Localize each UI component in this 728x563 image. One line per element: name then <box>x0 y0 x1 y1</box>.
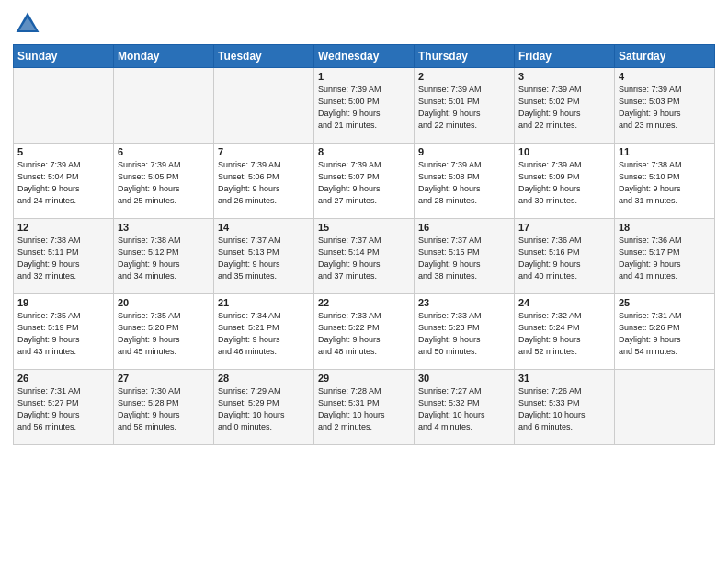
day-number: 11 <box>619 146 711 157</box>
day-number: 26 <box>17 373 109 384</box>
day-cell: 29Sunrise: 7:28 AM Sunset: 5:31 PM Dayli… <box>314 370 415 445</box>
day-cell: 19Sunrise: 7:35 AM Sunset: 5:19 PM Dayli… <box>14 294 114 370</box>
day-number: 10 <box>518 146 610 157</box>
day-info: Sunrise: 7:37 AM Sunset: 5:13 PM Dayligh… <box>218 235 310 282</box>
day-info: Sunrise: 7:39 AM Sunset: 5:08 PM Dayligh… <box>418 159 510 207</box>
day-info: Sunrise: 7:38 AM Sunset: 5:12 PM Dayligh… <box>118 235 210 282</box>
day-number: 3 <box>518 71 610 82</box>
day-cell: 10Sunrise: 7:39 AM Sunset: 5:09 PM Dayli… <box>515 144 615 219</box>
day-info: Sunrise: 7:39 AM Sunset: 5:09 PM Dayligh… <box>518 159 610 207</box>
weekday-thursday: Thursday <box>415 45 515 68</box>
day-info: Sunrise: 7:29 AM Sunset: 5:29 PM Dayligh… <box>218 385 310 433</box>
day-info: Sunrise: 7:28 AM Sunset: 5:31 PM Dayligh… <box>318 385 410 433</box>
day-number: 9 <box>418 146 510 157</box>
day-number: 7 <box>218 146 310 157</box>
weekday-sunday: Sunday <box>14 45 114 68</box>
day-info: Sunrise: 7:39 AM Sunset: 5:07 PM Dayligh… <box>318 159 410 207</box>
day-cell: 12Sunrise: 7:38 AM Sunset: 5:11 PM Dayli… <box>14 219 114 294</box>
day-cell: 16Sunrise: 7:37 AM Sunset: 5:15 PM Dayli… <box>415 219 515 294</box>
day-cell: 6Sunrise: 7:39 AM Sunset: 5:05 PM Daylig… <box>114 144 214 219</box>
day-cell: 1Sunrise: 7:39 AM Sunset: 5:00 PM Daylig… <box>314 68 415 144</box>
day-number: 2 <box>418 71 510 82</box>
day-number: 22 <box>318 297 410 308</box>
week-row-3: 12Sunrise: 7:38 AM Sunset: 5:11 PM Dayli… <box>14 219 715 294</box>
day-info: Sunrise: 7:36 AM Sunset: 5:16 PM Dayligh… <box>518 235 610 282</box>
logo-icon <box>13 9 42 39</box>
day-cell: 4Sunrise: 7:39 AM Sunset: 5:03 PM Daylig… <box>615 68 715 144</box>
day-cell: 28Sunrise: 7:29 AM Sunset: 5:29 PM Dayli… <box>214 370 314 445</box>
day-cell: 25Sunrise: 7:31 AM Sunset: 5:26 PM Dayli… <box>615 294 715 370</box>
day-cell: 18Sunrise: 7:36 AM Sunset: 5:17 PM Dayli… <box>615 219 715 294</box>
day-cell <box>114 68 214 144</box>
day-number: 5 <box>17 146 109 157</box>
day-number: 23 <box>418 297 510 308</box>
day-cell: 13Sunrise: 7:38 AM Sunset: 5:12 PM Dayli… <box>114 219 214 294</box>
day-number: 16 <box>418 222 510 233</box>
day-info: Sunrise: 7:35 AM Sunset: 5:19 PM Dayligh… <box>17 310 109 358</box>
day-cell: 26Sunrise: 7:31 AM Sunset: 5:27 PM Dayli… <box>14 370 114 445</box>
header <box>13 9 715 39</box>
day-info: Sunrise: 7:37 AM Sunset: 5:14 PM Dayligh… <box>318 235 410 282</box>
day-cell: 20Sunrise: 7:35 AM Sunset: 5:20 PM Dayli… <box>114 294 214 370</box>
day-info: Sunrise: 7:33 AM Sunset: 5:23 PM Dayligh… <box>418 310 510 358</box>
day-cell: 21Sunrise: 7:34 AM Sunset: 5:21 PM Dayli… <box>214 294 314 370</box>
day-cell: 7Sunrise: 7:39 AM Sunset: 5:06 PM Daylig… <box>214 144 314 219</box>
weekday-saturday: Saturday <box>615 45 715 68</box>
day-number: 30 <box>418 373 510 384</box>
logo <box>13 9 46 39</box>
day-info: Sunrise: 7:32 AM Sunset: 5:24 PM Dayligh… <box>518 310 610 358</box>
day-number: 1 <box>318 71 410 82</box>
day-info: Sunrise: 7:39 AM Sunset: 5:03 PM Dayligh… <box>619 84 711 132</box>
day-info: Sunrise: 7:36 AM Sunset: 5:17 PM Dayligh… <box>619 235 711 282</box>
day-info: Sunrise: 7:31 AM Sunset: 5:27 PM Dayligh… <box>17 385 109 433</box>
day-number: 14 <box>218 222 310 233</box>
day-info: Sunrise: 7:27 AM Sunset: 5:32 PM Dayligh… <box>418 385 510 433</box>
day-info: Sunrise: 7:39 AM Sunset: 5:00 PM Dayligh… <box>318 84 410 132</box>
day-number: 21 <box>218 297 310 308</box>
day-cell: 9Sunrise: 7:39 AM Sunset: 5:08 PM Daylig… <box>415 144 515 219</box>
day-number: 20 <box>118 297 210 308</box>
day-number: 4 <box>619 71 711 82</box>
week-row-5: 26Sunrise: 7:31 AM Sunset: 5:27 PM Dayli… <box>14 370 715 445</box>
week-row-4: 19Sunrise: 7:35 AM Sunset: 5:19 PM Dayli… <box>14 294 715 370</box>
day-number: 17 <box>518 222 610 233</box>
day-cell: 27Sunrise: 7:30 AM Sunset: 5:28 PM Dayli… <box>114 370 214 445</box>
day-cell: 24Sunrise: 7:32 AM Sunset: 5:24 PM Dayli… <box>515 294 615 370</box>
day-info: Sunrise: 7:33 AM Sunset: 5:22 PM Dayligh… <box>318 310 410 358</box>
day-number: 6 <box>118 146 210 157</box>
day-cell: 3Sunrise: 7:39 AM Sunset: 5:02 PM Daylig… <box>515 68 615 144</box>
day-info: Sunrise: 7:26 AM Sunset: 5:33 PM Dayligh… <box>518 385 610 433</box>
day-number: 18 <box>619 222 711 233</box>
day-cell: 5Sunrise: 7:39 AM Sunset: 5:04 PM Daylig… <box>14 144 114 219</box>
week-row-2: 5Sunrise: 7:39 AM Sunset: 5:04 PM Daylig… <box>14 144 715 219</box>
weekday-header-row: SundayMondayTuesdayWednesdayThursdayFrid… <box>14 45 715 68</box>
day-cell: 22Sunrise: 7:33 AM Sunset: 5:22 PM Dayli… <box>314 294 415 370</box>
day-number: 28 <box>218 373 310 384</box>
day-info: Sunrise: 7:39 AM Sunset: 5:06 PM Dayligh… <box>218 159 310 207</box>
day-info: Sunrise: 7:34 AM Sunset: 5:21 PM Dayligh… <box>218 310 310 358</box>
day-cell: 23Sunrise: 7:33 AM Sunset: 5:23 PM Dayli… <box>415 294 515 370</box>
day-number: 12 <box>17 222 109 233</box>
day-info: Sunrise: 7:39 AM Sunset: 5:04 PM Dayligh… <box>17 159 109 207</box>
day-number: 29 <box>318 373 410 384</box>
day-info: Sunrise: 7:39 AM Sunset: 5:05 PM Dayligh… <box>118 159 210 207</box>
day-cell <box>214 68 314 144</box>
day-cell: 2Sunrise: 7:39 AM Sunset: 5:01 PM Daylig… <box>415 68 515 144</box>
weekday-wednesday: Wednesday <box>314 45 415 68</box>
day-info: Sunrise: 7:31 AM Sunset: 5:26 PM Dayligh… <box>619 310 711 358</box>
page: SundayMondayTuesdayWednesdayThursdayFrid… <box>0 0 728 563</box>
weekday-friday: Friday <box>515 45 615 68</box>
day-info: Sunrise: 7:39 AM Sunset: 5:02 PM Dayligh… <box>518 84 610 132</box>
day-cell: 8Sunrise: 7:39 AM Sunset: 5:07 PM Daylig… <box>314 144 415 219</box>
day-info: Sunrise: 7:35 AM Sunset: 5:20 PM Dayligh… <box>118 310 210 358</box>
calendar-table: SundayMondayTuesdayWednesdayThursdayFrid… <box>13 44 715 445</box>
day-number: 24 <box>518 297 610 308</box>
day-info: Sunrise: 7:39 AM Sunset: 5:01 PM Dayligh… <box>418 84 510 132</box>
day-info: Sunrise: 7:38 AM Sunset: 5:11 PM Dayligh… <box>17 235 109 282</box>
day-number: 8 <box>318 146 410 157</box>
weekday-monday: Monday <box>114 45 214 68</box>
day-cell: 14Sunrise: 7:37 AM Sunset: 5:13 PM Dayli… <box>214 219 314 294</box>
day-number: 25 <box>619 297 711 308</box>
day-cell: 11Sunrise: 7:38 AM Sunset: 5:10 PM Dayli… <box>615 144 715 219</box>
day-cell: 31Sunrise: 7:26 AM Sunset: 5:33 PM Dayli… <box>515 370 615 445</box>
